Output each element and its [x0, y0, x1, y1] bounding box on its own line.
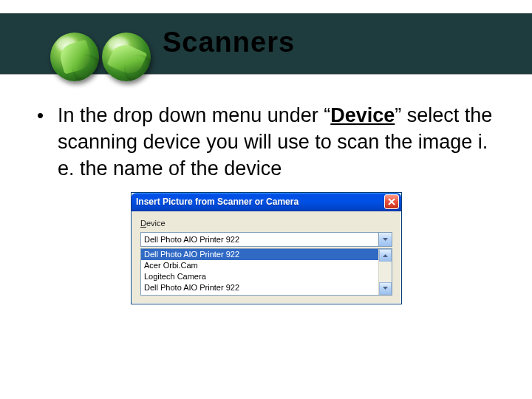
device-list-item[interactable]: Dell Photo AIO Printer 922	[141, 282, 378, 293]
scroll-track[interactable]	[379, 262, 392, 282]
device-list-item[interactable]: Acer Orbi.Cam	[141, 260, 378, 271]
bullet-marker: •	[37, 102, 58, 182]
insert-picture-dialog: Insert Picture from Scanner or Camera De…	[131, 192, 402, 304]
chevron-up-icon	[383, 253, 388, 257]
device-combobox-button[interactable]	[378, 233, 392, 246]
device-label: Device	[140, 219, 392, 228]
device-list-item[interactable]: Dell Photo AIO Printer 922	[141, 249, 378, 260]
slide-body: • In the drop down menu under “Device” s…	[37, 102, 495, 182]
decorative-orb-2	[102, 33, 151, 81]
decorative-orb-1	[50, 33, 99, 81]
chevron-down-icon	[383, 238, 388, 242]
close-button[interactable]	[384, 194, 399, 209]
slide-title: Scanners	[163, 27, 532, 58]
scroll-up-button[interactable]	[379, 249, 392, 262]
dialog-titlebar[interactable]: Insert Picture from Scanner or Camera	[132, 193, 401, 211]
close-icon	[388, 198, 395, 205]
device-combobox[interactable]: Dell Photo AIO Printer 922	[140, 232, 392, 247]
bullet-text: In the drop down menu under “Device” sel…	[58, 102, 495, 182]
device-listbox[interactable]: Dell Photo AIO Printer 922Acer Orbi.CamL…	[140, 248, 392, 296]
header-band: Scanners	[0, 13, 532, 74]
scroll-down-button[interactable]	[379, 282, 392, 295]
bullet-item: • In the drop down menu under “Device” s…	[37, 102, 495, 182]
scrollbar[interactable]	[378, 249, 392, 295]
device-combobox-value: Dell Photo AIO Printer 922	[144, 235, 378, 244]
chevron-down-icon	[383, 287, 388, 290]
device-list-item[interactable]: Logitech Camera	[141, 271, 378, 282]
dialog-title: Insert Picture from Scanner or Camera	[136, 197, 384, 207]
